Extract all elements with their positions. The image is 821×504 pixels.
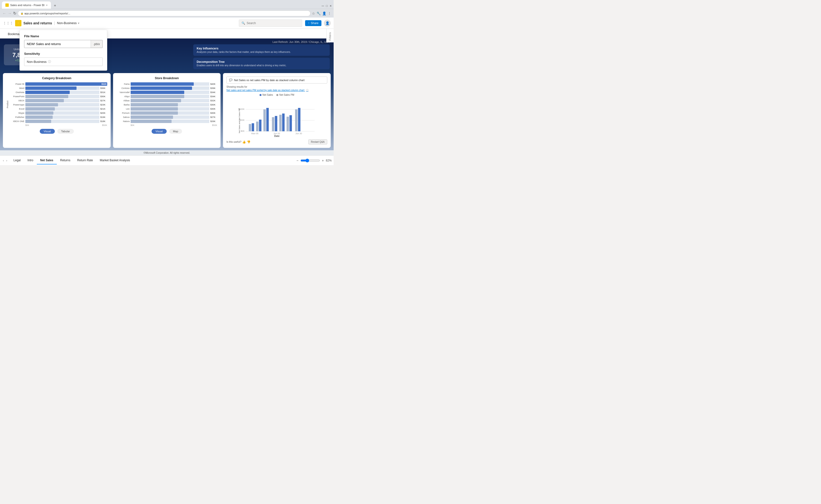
header-divider: | (54, 21, 55, 25)
bottom-tab-returns[interactable]: Returns (57, 157, 74, 164)
restart-qa-button[interactable]: Restart Q&A (308, 139, 327, 144)
search-input[interactable] (247, 21, 299, 25)
ai-card-desc-0: Analyzes your data, ranks the factors th… (197, 51, 326, 53)
qa-showing-label: Showing results for (226, 86, 247, 88)
maximize-button[interactable]: □ (326, 4, 328, 8)
tab-scroll-left-button[interactable]: ‹ (2, 159, 5, 162)
ai-card-title-0: Key Influencers (197, 47, 326, 50)
profile-icon[interactable]: 👤 (322, 11, 326, 15)
workspace-chevron: ∨ (78, 22, 79, 24)
store-visual-button[interactable]: Visual (152, 129, 167, 134)
bar-row-9: XBOX ONE $18K (10, 120, 107, 123)
waffle-menu-button[interactable]: ⋮⋮⋮ (3, 21, 13, 25)
share-button[interactable]: ↑ Share (305, 20, 321, 26)
svg-text:May 05: May 05 (251, 132, 258, 134)
bottom-tab-legal[interactable]: Legal (10, 157, 24, 164)
bookmark-icon[interactable]: ☆ (312, 11, 315, 15)
bar-row-5: PowerApps $23K (10, 103, 107, 106)
store-bar-row-7: Pomum $30K (116, 111, 217, 115)
qa-input-box[interactable]: 💬 Net Sales vs net sales PM by date as s… (226, 76, 327, 84)
store-x-start: $0K (131, 124, 134, 126)
ai-card-decomposition-tree[interactable]: Decomposition Tree Enables users to dril… (193, 58, 330, 69)
store-bar-row-2: VanArsdel $34K (116, 91, 217, 94)
zoom-out-button[interactable]: − (296, 159, 298, 162)
ai-cards-container: Key Influencers Analyzes your data, rank… (193, 44, 330, 69)
filters-vertical-button[interactable]: Filters (329, 32, 331, 40)
tab-scroll-right-button[interactable]: › (5, 159, 8, 162)
legend-net-sales: Net Sales (259, 94, 273, 96)
chart-legend: Net Sales Net Sales PM (226, 94, 327, 96)
store-bar-chart: Fama $40K Contoso $39K VanArsdel (116, 82, 217, 126)
ai-card-key-influencers[interactable]: Key Influencers Analyzes your data, rank… (193, 44, 330, 56)
share-label: Share (311, 21, 318, 25)
sensitivity-value-row[interactable]: Non-Business ⓘ (24, 57, 103, 66)
minimize-button[interactable]: ─ (322, 4, 324, 8)
category-visual-button[interactable]: Visual (40, 129, 55, 134)
bar-label-2: OneNote (10, 91, 24, 94)
category-breakdown-title: Category Breakdown (6, 76, 107, 80)
qa-showing-results: Showing results for (226, 86, 327, 88)
tab-close-icon[interactable]: × (46, 4, 48, 7)
bottom-tab-net-sales[interactable]: Net Sales (37, 157, 57, 164)
store-map-button[interactable]: Map (169, 129, 182, 134)
address-box[interactable]: 🔒 app.powerbi.com/groups/me/reports/... (18, 10, 310, 16)
lock-icon: 🔒 (20, 12, 23, 15)
dashboard-footer: ©Microsoft Corporation. All rights reser… (0, 150, 333, 155)
bar-row-0: Power BI $52K (10, 82, 107, 86)
sensitivity-text: Non-Business (27, 60, 47, 64)
file-name-input-row[interactable]: .pbix (24, 40, 103, 48)
back-button[interactable]: ← (2, 11, 6, 16)
refresh-button[interactable]: ↻ (13, 11, 16, 16)
svg-rect-8 (252, 123, 254, 131)
bottom-tab-market-basket[interactable]: Market Basket Analysis (96, 157, 133, 164)
search-icon: 🔍 (241, 21, 245, 25)
category-tabular-button[interactable]: Tabular (57, 129, 74, 134)
bar-row-4: XBOX $27K (10, 99, 107, 102)
bottom-tabs-bar: ‹ › Legal Intro Net Sales Returns Return… (0, 155, 333, 165)
cat-x-start: $0K (25, 124, 29, 126)
bar-label-6: Excel (10, 108, 24, 110)
store-bar-row-9: Natura $26K (116, 120, 217, 123)
qa-results-link[interactable]: Net sales and net sales PM sorted by sal… (226, 89, 327, 92)
bar-label-3: PowerPoint (10, 95, 24, 98)
menu-icon[interactable]: ⋮ (328, 11, 331, 15)
svg-text:Jun 02: Jun 02 (274, 132, 280, 134)
store-breakdown-card: Store Breakdown Fama $40K Contoso $39K (113, 73, 221, 148)
workspace-name: Non-Business (57, 21, 77, 25)
close-window-button[interactable]: × (330, 4, 332, 8)
thumbs-down-button[interactable]: 👎 (247, 140, 250, 144)
tab-favicon (5, 3, 9, 7)
bar-label-9: XBOX ONE (10, 120, 24, 123)
new-tab-button[interactable]: + (52, 3, 58, 8)
y-axis-label: Product (6, 101, 9, 108)
zoom-level: 82% (326, 159, 332, 162)
svg-rect-18 (289, 115, 292, 131)
avatar[interactable]: 👤 (324, 20, 331, 27)
tab-title: Sales and returns - Power BI (10, 4, 45, 7)
bar-row-1: Word $36K (10, 86, 107, 90)
workspace-selector[interactable]: Non-Business ∨ (57, 21, 79, 25)
extensions-icon[interactable]: 🔧 (316, 11, 321, 15)
legend-net-sales-pm: Net Sales PM (276, 94, 294, 96)
bottom-tab-intro[interactable]: Intro (24, 157, 37, 164)
search-box[interactable]: 🔍 (239, 19, 302, 27)
qa-query-text: Net Sales vs net sales PM by date as sta… (234, 79, 304, 82)
svg-rect-9 (256, 122, 258, 131)
bar-label-0: Power BI (10, 83, 24, 85)
bar-label-8: Publisher (10, 116, 24, 118)
bottom-tab-return-rate[interactable]: Return Rate (74, 157, 96, 164)
bar-row-7: Skype $20K (10, 111, 107, 115)
file-name-input[interactable] (24, 40, 91, 48)
svg-rect-20 (298, 108, 300, 131)
info-circle-icon[interactable]: ⓘ (306, 89, 308, 92)
browser-chrome: Sales and returns - Power BI × + ─ □ × (0, 0, 333, 9)
svg-rect-11 (263, 109, 266, 131)
file-name-label: File Name (24, 34, 103, 38)
thumbs-up-button[interactable]: 👍 (242, 140, 246, 144)
forward-button[interactable]: → (8, 11, 12, 16)
app-title: Sales and returns (23, 21, 52, 25)
zoom-slider[interactable] (300, 159, 320, 162)
zoom-in-button[interactable]: + (322, 159, 324, 162)
active-tab[interactable]: Sales and returns - Power BI × (2, 1, 51, 9)
app-logo: ⚡ (15, 20, 21, 26)
